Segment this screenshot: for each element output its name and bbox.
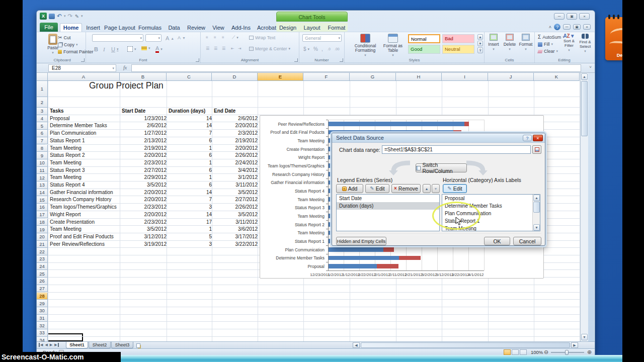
dialog-close-button[interactable]: ×: [533, 135, 543, 141]
format-as-table-button[interactable]: Format as Table▾: [381, 34, 405, 61]
tab-format[interactable]: Format: [325, 23, 349, 32]
column-header-D[interactable]: D: [212, 73, 258, 81]
cell-start-date[interactable]: 3/5/2012: [122, 226, 167, 233]
cell-end-date[interactable]: 2/20/2012: [214, 122, 258, 129]
cell-end-date[interactable]: 2/19/2012: [214, 137, 258, 144]
tab-view[interactable]: View: [209, 23, 228, 32]
row-header-31[interactable]: 31: [37, 315, 48, 322]
style-normal[interactable]: Normal: [408, 34, 440, 43]
insert-worksheet-tab[interactable]: [133, 343, 143, 348]
cell-duration[interactable]: 14: [169, 122, 212, 129]
fill-button[interactable]: Fill▾: [538, 42, 553, 47]
cell-task[interactable]: Determine Member Tasks: [50, 122, 120, 129]
cell-task[interactable]: Gather Financial information: [50, 189, 120, 196]
view-page-layout-button[interactable]: [512, 349, 519, 355]
style-good[interactable]: Good: [408, 45, 440, 54]
view-page-break-button[interactable]: [520, 349, 527, 355]
clear-button[interactable]: Clear▾: [538, 49, 558, 54]
ok-button[interactable]: OK: [484, 237, 510, 245]
delete-cells-button[interactable]: Delete▾: [502, 34, 518, 61]
cell-end-date[interactable]: 3/5/2012: [214, 189, 258, 196]
cell-task[interactable]: Proposal: [50, 115, 120, 122]
cell-start-date[interactable]: 2/20/2012: [122, 189, 167, 196]
range-selector-button[interactable]: [532, 145, 541, 154]
cell-duration[interactable]: 6: [169, 137, 212, 144]
underline-button[interactable]: U▾: [111, 46, 118, 52]
axis-scroll-up-icon[interactable]: ▲: [533, 195, 540, 201]
sheet-tab-sheet3[interactable]: Sheet3: [111, 342, 133, 348]
row-header-28[interactable]: 28: [37, 293, 48, 300]
column-header-J[interactable]: J: [488, 73, 534, 81]
legend-series-item[interactable]: Start Date: [337, 195, 439, 202]
column-header-C[interactable]: C: [167, 73, 212, 81]
cell-duration[interactable]: 6: [169, 167, 212, 174]
align-right-button[interactable]: ☰: [222, 46, 225, 51]
cell-task[interactable]: Team Meeting: [50, 174, 120, 181]
view-normal-button[interactable]: [504, 349, 511, 355]
switch-row-column-button[interactable]: Switch Row/Column: [416, 163, 467, 172]
cell-end-date[interactable]: 2/3/2012: [214, 130, 258, 137]
cell-task[interactable]: Wright Report: [50, 211, 120, 218]
cell-start-date[interactable]: 2/20/2012: [122, 196, 167, 203]
align-middle-button[interactable]: ≡: [214, 35, 216, 40]
vscroll-down-arrow[interactable]: ▼: [581, 334, 588, 340]
cell-task[interactable]: Status Report 4: [50, 182, 120, 189]
bold-button[interactable]: B: [94, 46, 98, 52]
sheet-tab-sheet2[interactable]: Sheet2: [89, 342, 111, 348]
row-header-16[interactable]: 16: [37, 204, 48, 211]
vscroll-thumb[interactable]: [581, 81, 588, 136]
cell-start-date[interactable]: 2/20/2012: [122, 152, 167, 159]
autosum-button[interactable]: ΣAutoSum▾: [538, 35, 565, 40]
expand-formula-bar-icon[interactable]: ˅: [589, 65, 592, 69]
formula-input[interactable]: [131, 64, 581, 72]
legend-entries-list[interactable]: Start DateDuration (days): [336, 194, 440, 231]
collapse-ribbon-icon[interactable]: ˄: [549, 25, 551, 30]
font-name-combo[interactable]: ▾: [92, 34, 143, 42]
shrink-font-button[interactable]: A▼: [178, 35, 186, 40]
cell-task[interactable]: Team Meeting: [50, 159, 120, 166]
prev-sheet-icon[interactable]: ◀: [45, 343, 47, 347]
cell-task[interactable]: Plan Communication: [50, 130, 120, 137]
cell-end-date[interactable]: 3/11/2012: [214, 219, 258, 226]
close-button[interactable]: ×: [579, 13, 590, 20]
cell-task[interactable]: Team Meeting: [50, 145, 120, 152]
row-header-6[interactable]: 6: [37, 130, 48, 137]
font-size-combo[interactable]: ▾: [145, 34, 162, 42]
cell-task[interactable]: Status Report 1: [50, 137, 120, 144]
row-header-24[interactable]: 24: [37, 263, 48, 270]
row-header-25[interactable]: 25: [37, 270, 48, 278]
conditional-formatting-button[interactable]: Conditional Formatting▾: [352, 34, 379, 61]
cell-end-date[interactable]: 3/5/2012: [214, 211, 258, 218]
increase-decimal-button[interactable]: .0: [328, 47, 331, 51]
alignment-dialog-launcher[interactable]: [294, 58, 298, 62]
row-header-4[interactable]: 4: [37, 115, 48, 123]
increase-indent-button[interactable]: ⇥: [238, 46, 242, 51]
cell-start-date[interactable]: 1/27/2012: [122, 130, 167, 137]
style-bad[interactable]: Bad: [442, 34, 474, 43]
cancel-button[interactable]: Cancel: [513, 237, 541, 245]
select-all-corner[interactable]: [37, 73, 48, 81]
vertical-scrollbar[interactable]: ▲▼: [580, 73, 588, 341]
row-header-17[interactable]: 17: [37, 211, 48, 219]
row-header-8[interactable]: 8: [37, 145, 48, 152]
chart-data-range-input[interactable]: =Sheet1!$A$3:$C$21: [382, 145, 531, 154]
cell-start-date[interactable]: 3/5/2012: [122, 182, 167, 189]
cell-start-date[interactable]: 2/27/2012: [122, 167, 167, 174]
cell-task[interactable]: Team logos/Themes/Graphics: [50, 204, 120, 211]
sort-filter-button[interactable]: AZ▼ Sort & Filter▾: [561, 34, 577, 61]
cell-task[interactable]: Status Report 3: [50, 167, 120, 174]
restore-button[interactable]: ▣: [567, 13, 577, 20]
axis-scroll-thumb[interactable]: [533, 202, 540, 213]
last-sheet-icon[interactable]: ▶: [54, 343, 58, 347]
cell-start-date[interactable]: 3/19/2012: [122, 241, 167, 248]
number-format-combo[interactable]: General▾: [302, 34, 342, 42]
cell-task[interactable]: Peer Review/Reflections: [50, 241, 120, 248]
cell-start-date[interactable]: 2/29/2012: [122, 174, 167, 181]
tab-add-ins[interactable]: Add-Ins: [229, 23, 253, 32]
column-header-A[interactable]: A: [48, 73, 120, 81]
column-header-E[interactable]: E: [258, 73, 303, 81]
cell-task[interactable]: Team Meeting: [50, 226, 120, 233]
tab-review[interactable]: Review: [185, 23, 208, 32]
workbook-restore-button[interactable]: ▣: [573, 24, 581, 30]
row-header-1[interactable]: 1: [37, 81, 48, 97]
